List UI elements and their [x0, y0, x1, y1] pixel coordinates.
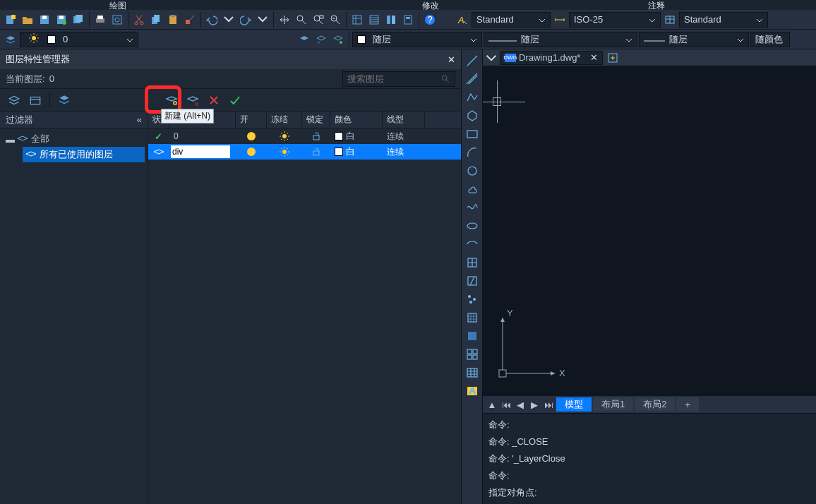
newlayer-icon[interactable]: [163, 92, 180, 109]
layer-name[interactable]: 0: [169, 128, 236, 144]
xline-icon[interactable]: [464, 71, 481, 88]
region-icon[interactable]: [464, 346, 481, 363]
arc-icon[interactable]: [464, 144, 481, 161]
tab-layout2[interactable]: 布局2: [635, 397, 675, 412]
col-on[interactable]: 开: [236, 112, 267, 128]
point-icon[interactable]: [464, 291, 481, 308]
tab-add-layout[interactable]: +: [676, 397, 699, 412]
layerprev-icon[interactable]: [313, 32, 329, 47]
setcurrent-icon[interactable]: [227, 92, 244, 109]
save-icon[interactable]: [37, 12, 52, 28]
insert-icon[interactable]: [464, 254, 481, 271]
undo-dd-icon[interactable]: [221, 12, 236, 28]
menu-draw[interactable]: 绘图: [109, 0, 126, 12]
layer-name-input[interactable]: [171, 145, 230, 158]
line-icon[interactable]: [464, 52, 481, 69]
nav-up-icon[interactable]: ▲: [486, 398, 498, 411]
matchprop-icon[interactable]: [182, 12, 198, 28]
panel-titlebar[interactable]: 图层特性管理器 ✕: [0, 49, 461, 69]
lineweight-combo[interactable]: 随层: [639, 32, 749, 47]
tablestyle-icon[interactable]: [662, 12, 678, 28]
tree-used[interactable]: 所有已使用的图层: [23, 147, 145, 162]
sun-icon[interactable]: [280, 131, 289, 141]
pan-icon[interactable]: [277, 12, 292, 28]
table-icon[interactable]: [464, 364, 481, 381]
deletelayer-icon[interactable]: [205, 92, 222, 109]
saveas-icon[interactable]: [54, 12, 69, 28]
bulb-icon[interactable]: [247, 132, 256, 140]
linetype-combo[interactable]: 随层: [484, 32, 637, 47]
doc-tab[interactable]: DWG Drawing1.dwg* ✕: [500, 51, 603, 65]
drawing-canvas[interactable]: X Y: [483, 66, 816, 396]
tab-model[interactable]: 模型: [556, 397, 592, 412]
plotstyle-combo[interactable]: 随颜色: [750, 32, 790, 47]
zoom-realtime-icon[interactable]: [294, 12, 309, 28]
col-freeze[interactable]: 冻结: [267, 112, 302, 128]
newfilter-icon[interactable]: [6, 92, 23, 109]
newlayer-frozen-icon[interactable]: [184, 92, 201, 109]
sun-icon[interactable]: [280, 147, 289, 157]
saveall-icon[interactable]: [71, 12, 86, 28]
block-icon[interactable]: [464, 272, 481, 289]
layeriso-icon[interactable]: [330, 32, 346, 47]
tab-layout1[interactable]: 布局1: [593, 397, 633, 412]
layer-linetype[interactable]: 连续: [383, 128, 425, 144]
dimstyle-combo[interactable]: ISO-25: [569, 12, 661, 28]
col-lock[interactable]: 锁定: [302, 112, 330, 128]
command-window[interactable]: 命令: 命令: _CLOSE 命令: '_LayerClose 命令: 指定对角…: [483, 413, 816, 504]
circle-icon[interactable]: [464, 162, 481, 179]
chevron-down-icon[interactable]: [486, 52, 497, 64]
preview-icon[interactable]: [109, 12, 125, 28]
collapse-icon[interactable]: «: [137, 114, 142, 125]
layer-combo[interactable]: 0: [20, 32, 138, 47]
lock-open-icon[interactable]: [311, 147, 321, 157]
redo-dd-icon[interactable]: [255, 12, 270, 28]
minus-icon[interactable]: ▬: [6, 134, 14, 145]
undo-icon[interactable]: [204, 12, 220, 28]
layer-row[interactable]: ✓ 0 白 连续: [148, 128, 461, 144]
textstyle-icon[interactable]: A: [455, 12, 470, 28]
layerprops-icon[interactable]: [3, 32, 18, 47]
menu-modify[interactable]: 修改: [422, 0, 439, 12]
nav-first-icon[interactable]: ⏮: [500, 398, 512, 411]
properties-icon[interactable]: [349, 12, 365, 28]
search-input[interactable]: [347, 73, 441, 84]
tree-all[interactable]: ▬ 全部: [3, 131, 145, 147]
spline-icon[interactable]: [464, 199, 481, 216]
rectangle-icon[interactable]: [464, 126, 481, 143]
polygon-icon[interactable]: [464, 107, 481, 124]
layermatch-icon[interactable]: [296, 32, 312, 47]
dimstyle-icon[interactable]: [552, 12, 568, 28]
tablestyle-combo[interactable]: Standard: [679, 12, 768, 28]
nav-next-icon[interactable]: ▶: [528, 398, 541, 411]
layer-row[interactable]: 白 连续: [148, 144, 461, 160]
col-linetype[interactable]: 线型: [383, 112, 425, 128]
layerstates-icon[interactable]: [56, 92, 73, 109]
redo-icon[interactable]: [238, 12, 253, 28]
designcenter-icon[interactable]: [366, 12, 382, 28]
ellipse-icon[interactable]: [464, 217, 481, 234]
copy-icon[interactable]: [148, 12, 164, 28]
cut-icon[interactable]: [131, 12, 147, 28]
print-icon[interactable]: [92, 12, 108, 28]
new-icon[interactable]: [3, 12, 18, 28]
mtext-icon[interactable]: A: [464, 383, 481, 400]
calc-icon[interactable]: [400, 12, 416, 28]
tab-close-icon[interactable]: ✕: [590, 52, 598, 63]
color-combo[interactable]: 随层: [352, 32, 482, 47]
color-swatch[interactable]: [335, 132, 343, 140]
polyline-icon[interactable]: [464, 89, 481, 106]
bulb-icon[interactable]: [247, 148, 256, 156]
zoom-window-icon[interactable]: [311, 12, 326, 28]
help-icon[interactable]: ?: [422, 12, 438, 28]
toolpalette-icon[interactable]: [383, 12, 399, 28]
nav-last-icon[interactable]: ⏭: [542, 398, 555, 411]
col-color[interactable]: 颜色: [330, 112, 383, 128]
newgroup-icon[interactable]: [27, 92, 44, 109]
textstyle-combo[interactable]: Standard: [472, 12, 551, 28]
zoom-prev-icon[interactable]: [328, 12, 343, 28]
paste-icon[interactable]: [165, 12, 181, 28]
search-box[interactable]: [342, 71, 455, 87]
new-tab-icon[interactable]: [606, 51, 620, 65]
menu-annotate[interactable]: 注释: [648, 0, 665, 12]
